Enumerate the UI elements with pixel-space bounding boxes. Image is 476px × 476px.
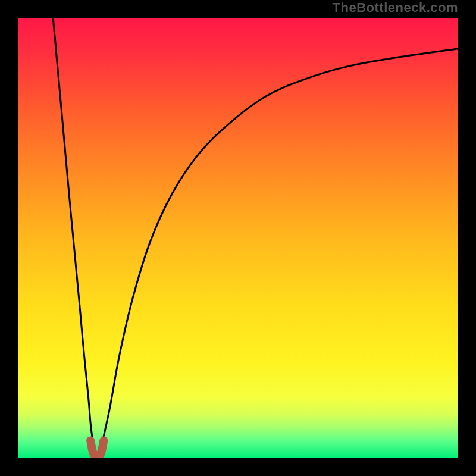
gradient-background: [18, 18, 458, 458]
chart-svg: [18, 18, 458, 458]
plot-area: [18, 18, 458, 458]
chart-frame: TheBottleneck.com: [0, 0, 476, 476]
watermark-text: TheBottleneck.com: [333, 0, 458, 15]
